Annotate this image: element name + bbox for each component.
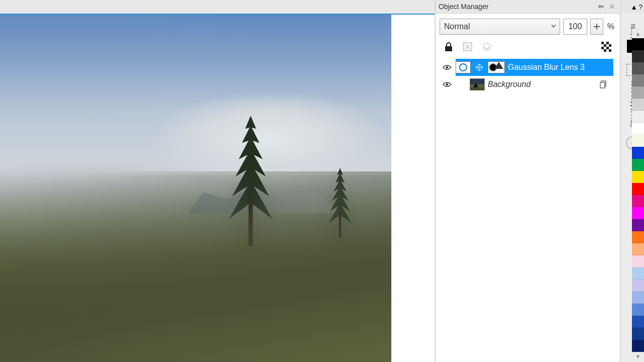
color-swatch[interactable] — [632, 340, 644, 352]
layer-name: Gaussian Blur Lens 3 — [508, 63, 585, 72]
palette-down-icon[interactable]: ▼ — [632, 352, 644, 361]
svg-rect-12 — [604, 49, 606, 52]
svg-point-4 — [483, 43, 490, 50]
color-swatch[interactable] — [632, 86, 644, 99]
color-swatch[interactable] — [632, 135, 644, 147]
color-swatch[interactable] — [632, 304, 644, 316]
document-image[interactable] — [0, 15, 391, 362]
color-swatch[interactable] — [632, 267, 644, 280]
svg-point-14 — [446, 66, 449, 69]
svg-rect-11 — [606, 47, 609, 49]
svg-rect-7 — [606, 42, 609, 44]
color-swatch[interactable] — [632, 74, 644, 86]
pointer-icon: ▲ — [630, 3, 637, 11]
svg-rect-10 — [601, 47, 604, 49]
svg-rect-6 — [601, 42, 604, 44]
transparency-grid-icon[interactable] — [599, 40, 613, 54]
mask-thumb-icon[interactable] — [488, 61, 505, 73]
layer-row-background[interactable]: Background — [440, 76, 615, 93]
svg-rect-13 — [609, 49, 611, 52]
svg-rect-17 — [600, 82, 605, 88]
color-swatch[interactable] — [632, 280, 644, 292]
top-toolbar — [0, 0, 435, 14]
color-swatch[interactable] — [632, 38, 644, 50]
collapse-icon[interactable] — [596, 2, 605, 11]
new-from-background-icon[interactable] — [598, 80, 609, 88]
lock-icon[interactable] — [442, 40, 456, 54]
color-swatch[interactable] — [632, 219, 644, 231]
color-swatch[interactable] — [632, 207, 644, 219]
panel-body: Normal 100 % — [436, 14, 619, 362]
color-swatch[interactable] — [632, 171, 644, 183]
color-swatch[interactable] — [632, 316, 644, 328]
color-swatch[interactable] — [632, 159, 644, 171]
palette-up-icon[interactable]: ▲ — [632, 29, 644, 38]
color-swatch[interactable] — [632, 195, 644, 207]
svg-rect-2 — [445, 46, 452, 51]
color-swatch[interactable] — [632, 111, 644, 123]
color-swatch[interactable] — [632, 255, 644, 267]
color-swatch[interactable] — [632, 183, 644, 195]
color-swatch[interactable] — [632, 62, 644, 74]
opacity-stepper[interactable] — [590, 19, 603, 35]
color-swatch[interactable] — [632, 123, 644, 135]
color-swatch[interactable] — [632, 147, 644, 159]
close-icon[interactable] — [607, 2, 616, 11]
lens-thumb-icon[interactable] — [456, 61, 471, 73]
svg-rect-9 — [609, 44, 611, 47]
canvas-area[interactable] — [0, 14, 435, 362]
merge-mode-select[interactable]: Normal — [440, 19, 560, 35]
color-palette: ▲ ▼ — [632, 29, 644, 361]
color-swatch[interactable] — [632, 328, 644, 340]
color-swatch[interactable] — [632, 243, 644, 255]
color-swatch[interactable] — [632, 99, 644, 111]
layer-strip: Background — [456, 76, 613, 93]
opacity-unit: % — [606, 22, 615, 31]
layer-name: Background — [488, 80, 530, 89]
layer-row-lens[interactable]: Gaussian Blur Lens 3 — [440, 59, 615, 76]
lock-row — [440, 40, 615, 59]
background-thumb-icon[interactable] — [470, 78, 485, 90]
help-icon[interactable]: ? — [638, 3, 642, 11]
clip-to-parent-icon[interactable] — [461, 40, 475, 54]
layer-list: Gaussian Blur Lens 3 Background — [440, 59, 615, 93]
panel-title: Object Manager — [439, 3, 489, 11]
opacity-input[interactable]: 100 — [563, 19, 587, 35]
svg-point-15 — [446, 83, 449, 86]
opacity-value: 100 — [569, 22, 582, 31]
link-mask-icon[interactable] — [474, 63, 485, 71]
svg-rect-8 — [604, 44, 606, 47]
layer-selection-strip: Gaussian Blur Lens 3 — [456, 59, 613, 76]
color-swatch[interactable] — [632, 231, 644, 243]
merge-mode-value: Normal — [444, 22, 470, 31]
color-swatch[interactable] — [632, 292, 644, 304]
blend-opacity-row: Normal 100 % — [440, 19, 615, 35]
visibility-toggle[interactable] — [442, 64, 453, 70]
blur-mask-bottom — [0, 171, 391, 362]
strip-top: ▲ ? — [621, 0, 644, 14]
color-swatch[interactable] — [632, 50, 644, 62]
clip-mask-icon[interactable] — [480, 40, 494, 54]
visibility-toggle[interactable] — [442, 81, 453, 87]
chevron-down-icon — [551, 23, 557, 31]
panel-header[interactable]: Object Manager — [436, 0, 619, 14]
object-manager-panel: Object Manager Normal 100 % — [435, 0, 619, 362]
